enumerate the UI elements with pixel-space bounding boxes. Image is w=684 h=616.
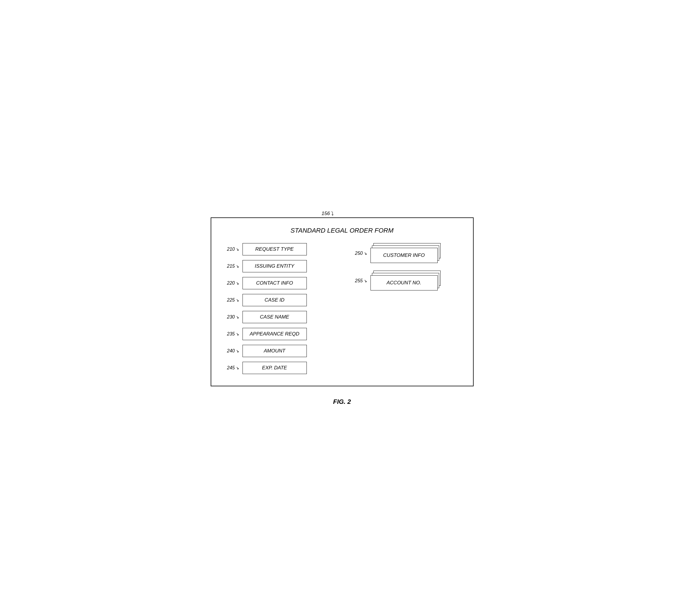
right-column: 250↘CUSTOMER INFO255↘ACCOUNT NO.: [333, 243, 461, 291]
ref-arrow-156: ⤵: [331, 211, 334, 217]
field-box-245: EXP. DATE: [243, 362, 307, 374]
field-box-215: ISSUING ENTITY: [243, 260, 307, 272]
group-num-255: 255↘: [351, 278, 367, 283]
stacked-group-250: 250↘CUSTOMER INFO: [351, 243, 441, 264]
field-row-210: 210↘REQUEST TYPE: [223, 243, 333, 256]
field-box-230: CASE NAME: [243, 311, 307, 323]
field-num-245: 245↘: [223, 365, 239, 371]
diagram-content: 210↘REQUEST TYPE215↘ISSUING ENTITY220↘CO…: [223, 243, 461, 374]
field-box-220: CONTACT INFO: [243, 277, 307, 289]
fig-caption: FIG. 2: [333, 398, 351, 405]
diagram-container: STANDARD LEGAL ORDER FORM 210↘REQUEST TY…: [211, 217, 473, 386]
ref-label-156: 156: [322, 211, 330, 217]
stack-front-250: CUSTOMER INFO: [371, 248, 438, 263]
field-row-215: 215↘ISSUING ENTITY: [223, 260, 333, 272]
field-num-235: 235↘: [223, 331, 239, 337]
field-num-240: 240↘: [223, 348, 239, 354]
field-box-225: CASE ID: [243, 294, 307, 306]
field-num-225: 225↘: [223, 298, 239, 303]
field-row-220: 220↘CONTACT INFO: [223, 277, 333, 289]
stack-front-255: ACCOUNT NO.: [371, 275, 438, 290]
field-num-220: 220↘: [223, 281, 239, 286]
field-box-235: APPEARANCE REQD: [243, 328, 307, 340]
field-row-245: 245↘EXP. DATE: [223, 362, 333, 374]
left-column: 210↘REQUEST TYPE215↘ISSUING ENTITY220↘CO…: [223, 243, 333, 374]
field-row-225: 225↘CASE ID: [223, 294, 333, 306]
field-num-215: 215↘: [223, 264, 239, 269]
group-num-250: 250↘: [351, 251, 367, 256]
field-row-235: 235↘APPEARANCE REQD: [223, 328, 333, 340]
field-num-230: 230↘: [223, 314, 239, 320]
field-row-240: 240↘AMOUNT: [223, 345, 333, 357]
page-wrapper: 156 ⤵ STANDARD LEGAL ORDER FORM 210↘REQU…: [211, 211, 473, 405]
field-box-210: REQUEST TYPE: [243, 243, 307, 256]
field-box-240: AMOUNT: [243, 345, 307, 357]
diagram-title: STANDARD LEGAL ORDER FORM: [223, 227, 461, 234]
stacked-group-255: 255↘ACCOUNT NO.: [351, 270, 441, 291]
stacked-box-container-250: CUSTOMER INFO: [371, 243, 441, 264]
stacked-box-container-255: ACCOUNT NO.: [371, 270, 441, 291]
field-row-230: 230↘CASE NAME: [223, 311, 333, 323]
field-num-210: 210↘: [223, 247, 239, 252]
